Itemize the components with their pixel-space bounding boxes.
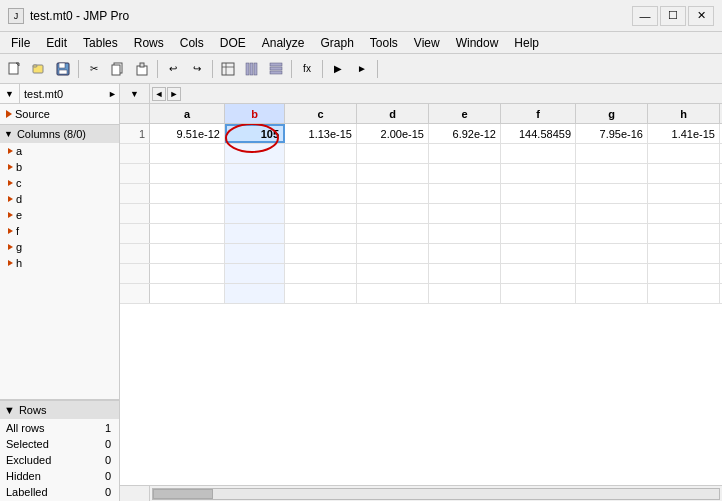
undo-button[interactable]: ↩: [162, 58, 184, 80]
cell-empty: [285, 264, 357, 283]
col-header-a[interactable]: a: [150, 104, 225, 123]
source-item[interactable]: Source: [4, 106, 115, 122]
open-button[interactable]: [28, 58, 50, 80]
horizontal-scrollbar[interactable]: [120, 485, 722, 501]
maximize-button[interactable]: ☐: [660, 6, 686, 26]
menu-rows[interactable]: Rows: [127, 34, 171, 52]
rows-section: ▼ Rows All rows 1 Selected 0 Excluded 0 …: [0, 400, 119, 501]
redo-button[interactable]: ↪: [186, 58, 208, 80]
col-header-h[interactable]: h: [648, 104, 720, 123]
col-header-g[interactable]: g: [576, 104, 648, 123]
cell-b-empty-8: [225, 264, 285, 283]
copy-button[interactable]: [107, 58, 129, 80]
cell-h-1[interactable]: 1.41e-15: [648, 124, 720, 143]
column-item-e[interactable]: e: [0, 207, 119, 223]
col-header-b[interactable]: b: [225, 104, 285, 123]
rows-arrow-icon: ▼: [4, 404, 15, 416]
menu-doe[interactable]: DOE: [213, 34, 253, 52]
rows-hidden-value: 0: [91, 469, 117, 483]
col-header-d[interactable]: d: [357, 104, 429, 123]
col-header-f[interactable]: f: [501, 104, 576, 123]
menu-window[interactable]: Window: [449, 34, 506, 52]
col-f-icon: [8, 228, 13, 234]
dropdown-icon[interactable]: ▼: [130, 89, 139, 99]
close-button[interactable]: ✕: [688, 6, 714, 26]
column-item-g[interactable]: g: [0, 239, 119, 255]
menu-cols[interactable]: Cols: [173, 34, 211, 52]
rows-allrows: All rows 1: [2, 421, 117, 435]
scroll-right-button[interactable]: ►: [167, 87, 181, 101]
column-item-f[interactable]: f: [0, 223, 119, 239]
menu-help[interactable]: Help: [507, 34, 546, 52]
col-scroll-arrows: ◄ ►: [150, 84, 181, 103]
column-item-b[interactable]: b: [0, 159, 119, 175]
cell-empty: [648, 164, 720, 183]
cell-a-1[interactable]: 9.51e-12: [150, 124, 225, 143]
columns-header[interactable]: ▼ Columns (8/0): [0, 125, 119, 143]
table-row-empty-6: [120, 224, 722, 244]
col-d-icon: [8, 196, 13, 202]
column-item-h[interactable]: h: [0, 255, 119, 271]
table-row-empty-4: [120, 184, 722, 204]
col-header-e[interactable]: e: [429, 104, 501, 123]
col-header-c[interactable]: c: [285, 104, 357, 123]
save-button[interactable]: [52, 58, 74, 80]
cell-empty: [576, 224, 648, 243]
source-arrow-icon: [6, 110, 12, 118]
toolbar-sep-2: [157, 60, 158, 78]
cell-d-1[interactable]: 2.00e-15: [357, 124, 429, 143]
table-row-empty-7: [120, 244, 722, 264]
toolbar-sep-1: [78, 60, 79, 78]
cell-e-1[interactable]: 6.92e-12: [429, 124, 501, 143]
h-scroll-thumb[interactable]: [153, 489, 213, 499]
cell-empty: [357, 144, 429, 163]
cell-b-1[interactable]: 105: [225, 124, 285, 143]
minimize-button[interactable]: —: [632, 6, 658, 26]
expand-button[interactable]: ►: [63, 89, 119, 99]
toolbar-sep-4: [291, 60, 292, 78]
cell-empty: [357, 184, 429, 203]
cell-c-1[interactable]: 1.13e-15: [285, 124, 357, 143]
run-button[interactable]: ▶: [327, 58, 349, 80]
cell-empty: [429, 164, 501, 183]
cell-empty: [285, 244, 357, 263]
rows-button[interactable]: [265, 58, 287, 80]
row-num-5: [120, 204, 150, 223]
column-item-c[interactable]: c: [0, 175, 119, 191]
step-button[interactable]: ►: [351, 58, 373, 80]
rows-header[interactable]: ▼ Rows: [0, 401, 119, 419]
rows-excluded: Excluded 0: [2, 453, 117, 467]
new-button[interactable]: [4, 58, 26, 80]
columns-list: a b c d e: [0, 143, 119, 271]
menu-edit[interactable]: Edit: [39, 34, 74, 52]
cell-empty: [285, 144, 357, 163]
h-scroll-track[interactable]: [152, 488, 720, 500]
cell-empty: [648, 284, 720, 303]
menu-view[interactable]: View: [407, 34, 447, 52]
cell-f-1[interactable]: 144.58459: [501, 124, 576, 143]
columns-button[interactable]: [241, 58, 263, 80]
col-e-icon: [8, 212, 13, 218]
menu-tools[interactable]: Tools: [363, 34, 405, 52]
cell-g-1[interactable]: 7.95e-16: [576, 124, 648, 143]
cell-empty: [501, 164, 576, 183]
collapse-table-button[interactable]: ▼: [0, 84, 20, 104]
menu-analyze[interactable]: Analyze: [255, 34, 312, 52]
column-item-d[interactable]: d: [0, 191, 119, 207]
menu-graph[interactable]: Graph: [313, 34, 360, 52]
datatable-button[interactable]: [217, 58, 239, 80]
cell-empty: [648, 264, 720, 283]
cell-empty: [357, 244, 429, 263]
paste-button[interactable]: [131, 58, 153, 80]
menu-file[interactable]: File: [4, 34, 37, 52]
cell-empty: [150, 224, 225, 243]
rows-labelled: Labelled 0: [2, 485, 117, 499]
scroll-left-button[interactable]: ◄: [152, 87, 166, 101]
cell-b-empty-3: [225, 164, 285, 183]
cut-button[interactable]: ✂: [83, 58, 105, 80]
left-panel: ▼ test.mt0 ► Source ▼ Columns (8/0): [0, 84, 120, 501]
column-item-a[interactable]: a: [0, 143, 119, 159]
toolbar-sep-6: [377, 60, 378, 78]
formula-button[interactable]: fx: [296, 58, 318, 80]
menu-tables[interactable]: Tables: [76, 34, 125, 52]
